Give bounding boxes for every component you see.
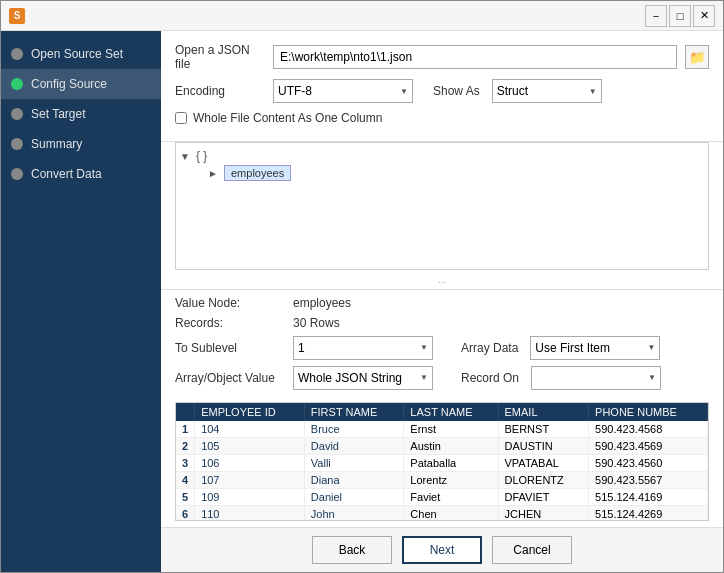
encoding-dropdown[interactable]: UTF-8 ▼ — [273, 79, 413, 103]
array-obj-row: Array/Object Value Whole JSON String ▼ R… — [175, 366, 709, 390]
row-num: 4 — [176, 471, 195, 488]
cell-id: 104 — [195, 421, 305, 438]
cell-first: Daniel — [304, 488, 404, 505]
tree-area[interactable]: ▼ { } ► employees — [175, 142, 709, 270]
cell-email: DLORENTZ — [498, 471, 589, 488]
minimize-button[interactable]: − — [645, 5, 667, 27]
col-header-last-name: LAST NAME — [404, 403, 498, 421]
sidebar-item-config-source[interactable]: Config Source — [1, 69, 161, 99]
encoding-value: UTF-8 — [278, 84, 312, 98]
file-path-row: Open a JSON file 📁 — [175, 43, 709, 71]
sidebar: Open Source Set Config Source Set Target… — [1, 31, 161, 572]
sidebar-label-convert-data: Convert Data — [31, 167, 102, 181]
row-num: 3 — [176, 454, 195, 471]
cell-email: JCHEN — [498, 505, 589, 521]
form-area: Open a JSON file 📁 Encoding UTF-8 ▼ Show… — [161, 31, 723, 142]
cell-last: Faviet — [404, 488, 498, 505]
row-num: 5 — [176, 488, 195, 505]
encoding-label: Encoding — [175, 84, 265, 98]
sidebar-dot-set-target — [11, 108, 23, 120]
records-label: Records: — [175, 316, 285, 330]
table-row: 2 105 David Austin DAUSTIN 590.423.4569 — [176, 437, 708, 454]
table-row: 6 110 John Chen JCHEN 515.124.4269 — [176, 505, 708, 521]
title-bar-controls: − □ ✕ — [645, 5, 715, 27]
value-area: Value Node: employees Records: 30 Rows T… — [161, 289, 723, 402]
table-row: 3 106 Valli Pataballa VPATABAL 590.423.4… — [176, 454, 708, 471]
back-button[interactable]: Back — [312, 536, 392, 564]
checkbox-row: Whole File Content As One Column — [175, 111, 709, 125]
col-header-num — [176, 403, 195, 421]
browse-button[interactable]: 📁 — [685, 45, 709, 69]
col-header-email: EMAIL — [498, 403, 589, 421]
title-bar: S − □ ✕ — [1, 1, 723, 31]
cell-id: 106 — [195, 454, 305, 471]
whole-file-checkbox[interactable] — [175, 112, 187, 124]
col-header-employee-id: EMPLOYEE ID — [195, 403, 305, 421]
record-on-label: Record On — [461, 371, 519, 385]
title-bar-left: S — [9, 8, 25, 24]
show-as-arrow: ▼ — [589, 87, 597, 96]
cell-email: DAUSTIN — [498, 437, 589, 454]
cell-email: DFAVIET — [498, 488, 589, 505]
sublevel-label: To Sublevel — [175, 341, 285, 355]
cell-last: Lorentz — [404, 471, 498, 488]
tree-brace: { } — [196, 149, 207, 163]
sidebar-item-set-target[interactable]: Set Target — [1, 99, 161, 129]
sidebar-item-summary[interactable]: Summary — [1, 129, 161, 159]
bottom-bar: Back Next Cancel — [161, 527, 723, 572]
cell-last: Ernst — [404, 421, 498, 438]
sublevel-row: To Sublevel 1 ▼ Array Data Use First Ite… — [175, 336, 709, 360]
scroll-hint: ⋯ — [161, 276, 723, 289]
show-as-value: Struct — [497, 84, 528, 98]
cell-first: David — [304, 437, 404, 454]
cell-id: 109 — [195, 488, 305, 505]
row-num: 6 — [176, 505, 195, 521]
data-table-wrapper[interactable]: EMPLOYEE ID FIRST NAME LAST NAME EMAIL P… — [175, 402, 709, 522]
cell-id: 105 — [195, 437, 305, 454]
array-data-dropdown[interactable]: Use First Item ▼ — [530, 336, 660, 360]
records-row: Records: 30 Rows — [175, 316, 709, 330]
show-as-dropdown[interactable]: Struct ▼ — [492, 79, 602, 103]
main-content: Open Source Set Config Source Set Target… — [1, 31, 723, 572]
records-value: 30 Rows — [293, 316, 340, 330]
cell-first: Bruce — [304, 421, 404, 438]
cell-phone: 590.423.4568 — [589, 421, 708, 438]
file-path-input[interactable] — [273, 45, 677, 69]
cell-phone: 590.423.5567 — [589, 471, 708, 488]
cell-phone: 590.423.4560 — [589, 454, 708, 471]
sidebar-label-config-source: Config Source — [31, 77, 107, 91]
sidebar-item-convert-data[interactable]: Convert Data — [1, 159, 161, 189]
cell-email: VPATABAL — [498, 454, 589, 471]
next-button[interactable]: Next — [402, 536, 482, 564]
array-obj-dropdown[interactable]: Whole JSON String ▼ — [293, 366, 433, 390]
value-node-label: Value Node: — [175, 296, 285, 310]
maximize-button[interactable]: □ — [669, 5, 691, 27]
sublevel-dropdown[interactable]: 1 ▼ — [293, 336, 433, 360]
app-window: S − □ ✕ Open Source Set Config Source Se… — [0, 0, 724, 573]
array-obj-arrow: ▼ — [420, 373, 428, 382]
cell-id: 107 — [195, 471, 305, 488]
cell-email: BERNST — [498, 421, 589, 438]
cancel-button[interactable]: Cancel — [492, 536, 572, 564]
table-row: 5 109 Daniel Faviet DFAVIET 515.124.4169 — [176, 488, 708, 505]
tree-root[interactable]: ▼ { } — [180, 147, 704, 165]
table-row: 4 107 Diana Lorentz DLORENTZ 590.423.556… — [176, 471, 708, 488]
sublevel-value: 1 — [298, 341, 305, 355]
tree-child[interactable]: ► employees — [208, 165, 704, 181]
encoding-arrow: ▼ — [400, 87, 408, 96]
row-num: 1 — [176, 421, 195, 438]
tree-node-employees: employees — [224, 165, 291, 181]
tree-expand-icon: ▼ — [180, 151, 192, 162]
cell-last: Pataballa — [404, 454, 498, 471]
right-panel: Open a JSON file 📁 Encoding UTF-8 ▼ Show… — [161, 31, 723, 572]
show-as-label: Show As — [433, 84, 480, 98]
sidebar-label-set-target: Set Target — [31, 107, 85, 121]
record-on-dropdown[interactable]: ▼ — [531, 366, 661, 390]
array-obj-label: Array/Object Value — [175, 371, 285, 385]
sidebar-item-open-source[interactable]: Open Source Set — [1, 39, 161, 69]
cell-first: John — [304, 505, 404, 521]
cell-first: Valli — [304, 454, 404, 471]
close-button[interactable]: ✕ — [693, 5, 715, 27]
data-table: EMPLOYEE ID FIRST NAME LAST NAME EMAIL P… — [176, 403, 708, 522]
whole-file-label: Whole File Content As One Column — [193, 111, 382, 125]
